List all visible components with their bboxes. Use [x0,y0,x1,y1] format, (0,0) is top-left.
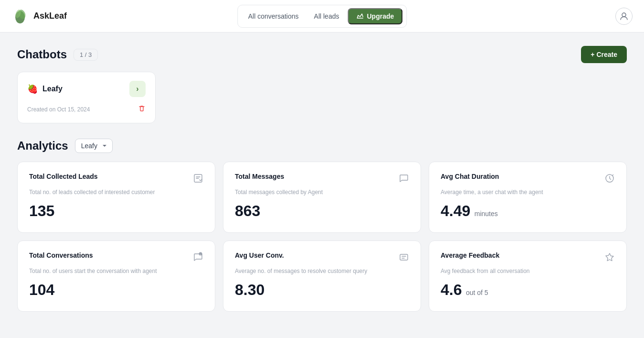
analytics-card-conversations: Total Conversations + Total no. of users… [17,240,215,312]
header-nav: All conversations All leads Upgrade [237,5,407,28]
chatbot-name-row: 🍓 Leafy [27,84,63,94]
create-button[interactable]: + Create [581,46,627,63]
svg-point-3 [622,13,626,17]
card-feedback-desc: Avg feedback from all conversation [441,268,615,274]
card-duration-desc: Average time, a user chat with the agent [441,189,615,196]
svg-rect-8 [400,254,408,260]
avg-conv-icon [399,252,409,265]
card-leads-desc: Total no. of leads collected of interest… [29,189,203,196]
main-content: Chatbots 1 / 3 + Create 🍓 Leafy › Create… [0,33,644,325]
analytics-title: Analytics [17,139,68,153]
card-messages-value: 863 [235,202,260,219]
crown-icon [356,12,364,20]
card-messages-desc: Total messages collected by Agent [235,189,409,196]
card-avg-conv-title: Avg User Conv. [235,251,284,259]
chatbot-card-top: 🍓 Leafy › [27,81,146,97]
card-duration-unit: minutes [475,210,498,218]
chatbot-date: Created on Oct 15, 2024 [27,106,90,113]
all-leads-link[interactable]: All leads [307,10,346,23]
logo-icon [11,8,29,25]
card-feedback-title: Average Feedback [441,251,499,259]
delete-chatbot-icon[interactable] [138,105,146,114]
chatbots-badge: 1 / 3 [74,49,98,61]
card-duration-value: 4.49 [441,202,470,219]
all-conversations-link[interactable]: All conversations [242,10,306,23]
card-feedback-value: 4.6 [441,281,462,298]
analytics-card-avg-conv: Avg User Conv. Average no. of messages t… [223,240,421,312]
chatbots-section-header: Chatbots 1 / 3 + Create [17,46,627,63]
card-avg-conv-value: 8.30 [235,281,264,298]
analytics-bot-select[interactable]: Leafy [75,139,113,153]
chatbot-footer: Created on Oct 15, 2024 [27,105,146,114]
clock-icon [604,173,615,186]
logo-area: AskLeaf [11,8,67,25]
chatbot-open-button[interactable]: › [129,81,146,97]
card-avg-conv-desc: Average no. of messages to resolve custo… [235,268,409,274]
analytics-card-leads: Total Collected Leads Total no. of leads… [17,162,215,233]
analytics-section-header: Analytics Leafy [17,139,627,153]
chatbot-card: 🍓 Leafy › Created on Oct 15, 2024 [17,72,156,123]
star-icon [604,252,615,265]
messages-icon [399,173,409,186]
chatbots-title: Chatbots [17,48,67,61]
card-conversations-value: 104 [29,281,54,298]
leads-icon [193,173,203,186]
header: AskLeaf All conversations All leads Upgr… [0,0,644,33]
chatbot-emoji: 🍓 [27,84,38,94]
card-feedback-unit: out of 5 [466,289,488,296]
card-leads-value: 135 [29,202,54,219]
analytics-card-duration: Avg Chat Duration Average time, a user c… [429,162,627,233]
analytics-card-messages: Total Messages Total messages collected … [223,162,421,233]
upgrade-button[interactable]: Upgrade [348,8,402,24]
chatbot-name: Leafy [42,85,63,93]
analytics-grid: Total Collected Leads Total no. of leads… [17,162,627,312]
card-messages-title: Total Messages [235,173,284,180]
card-leads-title: Total Collected Leads [29,173,98,180]
card-duration-title: Avg Chat Duration [441,173,499,180]
card-conversations-title: Total Conversations [29,251,93,259]
analytics-card-feedback: Average Feedback Avg feedback from all c… [429,240,627,312]
user-icon [619,11,629,21]
logo-text: AskLeaf [33,11,67,21]
user-avatar[interactable] [615,8,633,25]
conversations-icon: + [193,252,203,265]
card-conversations-desc: Total no. of users start the conversatio… [29,268,203,274]
